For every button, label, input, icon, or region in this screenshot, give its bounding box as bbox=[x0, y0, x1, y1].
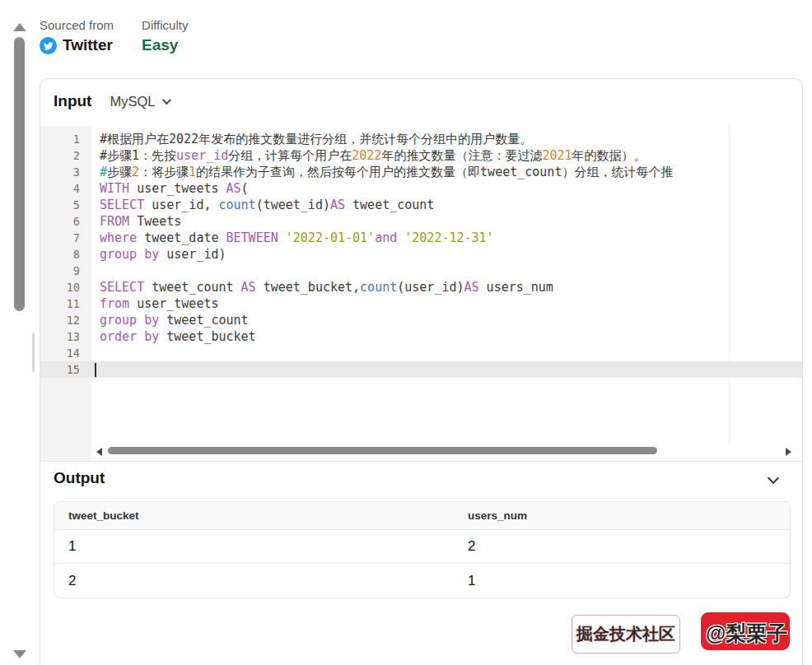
code-line[interactable]: 2#步骤1：先按user_id分组，计算每个用户在2022年的推文数量（注意：要… bbox=[40, 147, 802, 164]
code-segment: '2022-01-01' bbox=[286, 230, 375, 245]
code-segment: and bbox=[375, 230, 397, 245]
code-segment: group by bbox=[100, 313, 159, 328]
code-segment: #根据用户在2022年发布的推文数量进行分组，并统计每个分组中的用户数量。 bbox=[100, 132, 532, 146]
code-text: from user_tweets bbox=[91, 295, 219, 312]
code-segment: (tweet_id) bbox=[256, 198, 330, 212]
twitter-bird-icon bbox=[40, 37, 57, 54]
code-segment: SELECT bbox=[100, 280, 144, 295]
code-line[interactable]: 7where tweet_date BETWEEN '2022-01-01'an… bbox=[40, 230, 802, 246]
code-segment: 2 bbox=[132, 165, 139, 179]
editor-card: Input MySQL 1#根据用户在2022年发布的推文数量进行分组，并统计每… bbox=[40, 78, 803, 665]
code-segment: AS bbox=[226, 181, 241, 196]
code-line[interactable]: 6FROM Tweets bbox=[40, 213, 802, 230]
code-segment: user_id, bbox=[144, 198, 218, 212]
author-watermark-text: @梨栗子 bbox=[706, 620, 787, 647]
code-segment: ( bbox=[241, 181, 249, 196]
code-line[interactable]: 15 bbox=[40, 361, 802, 378]
language-dropdown[interactable]: MySQL bbox=[110, 94, 169, 109]
code-segment bbox=[278, 230, 286, 245]
code-segment: 年的数据）。 bbox=[572, 148, 646, 163]
code-segment: group by bbox=[100, 247, 159, 262]
code-line[interactable]: 3#步骤2：将步骤1的结果作为子查询，然后按每个用户的推文数量（即tweet_c… bbox=[40, 164, 802, 180]
code-line[interactable]: 14 bbox=[40, 345, 802, 361]
section-divider bbox=[40, 461, 802, 462]
source-name: Twitter bbox=[63, 36, 113, 54]
code-segment: count bbox=[360, 280, 397, 295]
scroll-down-arrow-icon[interactable] bbox=[13, 650, 26, 658]
code-text: WITH user_tweets AS( bbox=[91, 180, 249, 197]
table-row: 21 bbox=[54, 564, 790, 598]
secondary-scrollbar-thumb[interactable] bbox=[32, 332, 35, 372]
language-value: MySQL bbox=[110, 94, 155, 109]
scroll-left-arrow-icon[interactable] bbox=[96, 448, 102, 456]
vertical-scrollbar-thumb[interactable] bbox=[14, 37, 25, 311]
line-number: 6 bbox=[40, 213, 91, 230]
table-cell: 2 bbox=[467, 538, 790, 555]
code-segment: 1 bbox=[189, 165, 196, 179]
column-header: users_num bbox=[467, 509, 790, 522]
question-meta: Sourced from Twitter Difficulty Easy bbox=[40, 18, 188, 54]
code-text: #步骤1：先按user_id分组，计算每个用户在2022年的推文数量（注意：要过… bbox=[91, 147, 646, 164]
table-cell: 1 bbox=[467, 573, 790, 589]
code-text: group by user_id) bbox=[91, 246, 226, 263]
code-line[interactable]: 5SELECT user_id, count(tweet_id)AS tweet… bbox=[40, 197, 802, 213]
column-header: tweet_bucket bbox=[54, 509, 467, 522]
code-segment: 的结果作为子查询，然后按每个用户的推文数量（即tweet_count）分组，统计… bbox=[196, 165, 673, 179]
output-collapse-chevron-icon[interactable] bbox=[768, 472, 779, 484]
code-segment: #步骤1：先按 bbox=[100, 148, 176, 163]
code-segment: WITH bbox=[100, 181, 129, 196]
app: Sourced from Twitter Difficulty Easy Inp… bbox=[0, 0, 812, 665]
line-number: 9 bbox=[40, 263, 91, 279]
sourced-from-label: Sourced from bbox=[40, 18, 114, 32]
line-number: 5 bbox=[40, 197, 91, 213]
community-watermark-badge: 掘金技术社区 bbox=[572, 615, 680, 653]
code-segment: user_id) bbox=[159, 247, 226, 262]
code-segment: user_tweets bbox=[129, 181, 226, 196]
code-line[interactable]: 11from user_tweets bbox=[40, 295, 802, 312]
table-cell: 2 bbox=[54, 573, 467, 589]
code-segment: AS bbox=[330, 198, 345, 212]
output-table-header: tweet_bucketusers_num bbox=[54, 502, 790, 530]
code-line[interactable]: 9 bbox=[40, 263, 802, 279]
table-row: 12 bbox=[54, 530, 790, 564]
code-line[interactable]: 12group by tweet_count bbox=[40, 312, 802, 328]
table-cell: 1 bbox=[54, 538, 467, 555]
code-segment: Tweets bbox=[129, 214, 181, 229]
line-number: 15 bbox=[40, 361, 91, 378]
horizontal-scrollbar-thumb[interactable] bbox=[108, 447, 657, 454]
code-editor[interactable]: 1#根据用户在2022年发布的推文数量进行分组，并统计每个分组中的用户数量。2#… bbox=[40, 126, 802, 461]
difficulty-block: Difficulty Easy bbox=[142, 18, 188, 54]
code-segment: FROM bbox=[100, 214, 129, 229]
code-segment: '2022-12-31' bbox=[404, 230, 493, 245]
code-line[interactable]: 1#根据用户在2022年发布的推文数量进行分组，并统计每个分组中的用户数量。 bbox=[40, 131, 802, 147]
code-text: #根据用户在2022年发布的推文数量进行分组，并统计每个分组中的用户数量。 bbox=[91, 131, 532, 147]
code-text: SELECT user_id, count(tweet_id)AS tweet_… bbox=[91, 197, 434, 213]
code-segment: ：将步骤 bbox=[139, 165, 189, 179]
difficulty-label: Difficulty bbox=[142, 18, 188, 32]
code-line[interactable]: 10SELECT tweet_count AS tweet_bucket,cou… bbox=[40, 279, 802, 295]
code-segment: order by bbox=[100, 329, 159, 344]
code-segment: (user_id) bbox=[397, 280, 464, 295]
code-segment: 分组，计算每个用户在 bbox=[228, 148, 352, 163]
code-segment: tweet_date bbox=[137, 230, 226, 245]
code-segment: tweet_bucket bbox=[159, 329, 255, 344]
code-text: order by tweet_bucket bbox=[91, 328, 256, 345]
input-panel-title: Input bbox=[54, 92, 91, 110]
code-text: #步骤2：将步骤1的结果作为子查询，然后按每个用户的推文数量（即tweet_co… bbox=[91, 164, 673, 180]
scroll-up-arrow-icon[interactable] bbox=[13, 23, 26, 31]
code-segment: tweet_count bbox=[144, 280, 240, 295]
community-watermark-text: 掘金技术社区 bbox=[576, 623, 675, 645]
output-table: tweet_bucketusers_num 1221 bbox=[54, 501, 791, 598]
horizontal-scrollbar[interactable] bbox=[40, 446, 802, 458]
line-number: 10 bbox=[40, 279, 91, 295]
source-block[interactable]: Sourced from Twitter bbox=[40, 18, 114, 54]
code-line[interactable]: 13order by tweet_bucket bbox=[40, 328, 802, 345]
code-line[interactable]: 4WITH user_tweets AS( bbox=[40, 180, 802, 197]
line-number: 4 bbox=[40, 180, 91, 197]
scroll-right-arrow-icon[interactable] bbox=[786, 448, 791, 456]
code-segment: 2021 bbox=[542, 148, 572, 163]
code-segment: where bbox=[100, 230, 137, 245]
code-text bbox=[91, 263, 100, 279]
code-line[interactable]: 8group by user_id) bbox=[40, 246, 802, 263]
line-number: 1 bbox=[40, 131, 91, 147]
